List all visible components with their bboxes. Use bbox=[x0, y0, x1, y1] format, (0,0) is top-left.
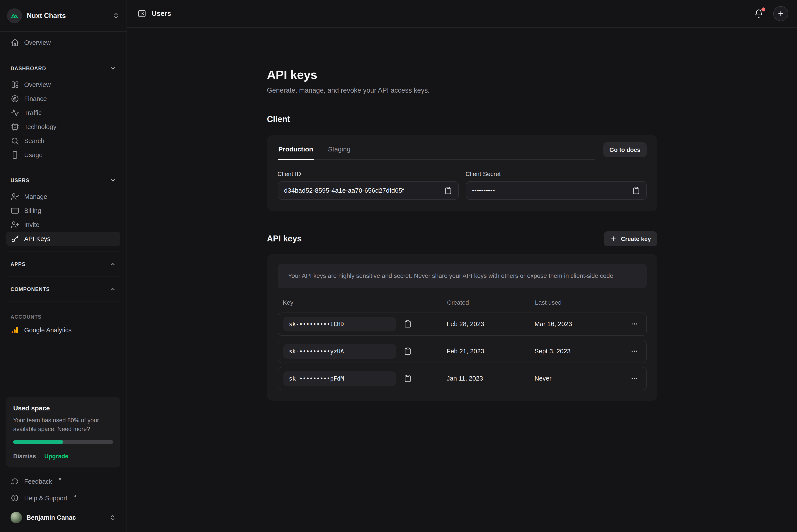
sidebar-item-label: Feedback bbox=[24, 478, 52, 485]
external-link-icon bbox=[73, 494, 77, 498]
topbar-actions bbox=[754, 6, 788, 21]
chevrons-up-down-icon bbox=[112, 12, 120, 19]
created-cell: Feb 21, 2023 bbox=[447, 348, 535, 355]
copy-key-button[interactable] bbox=[403, 374, 412, 383]
ellipsis-icon bbox=[630, 320, 638, 328]
app-window: Nuxt Charts Overview DASHBOARD bbox=[0, 0, 797, 532]
api-key-value: sk-•••••••••yzUA bbox=[283, 344, 396, 358]
notification-dot bbox=[761, 7, 765, 12]
notifications-button[interactable] bbox=[754, 8, 765, 19]
user-menu[interactable]: Benjamin Canac bbox=[6, 508, 121, 528]
used-space-actions: Dismiss Upgrade bbox=[13, 453, 113, 460]
client-secret-field-group: Client Secret bbox=[466, 170, 647, 200]
copy-key-button[interactable] bbox=[403, 347, 412, 356]
sidebar-item-invite[interactable]: Invite bbox=[6, 218, 121, 232]
page-breadcrumb-title: Users bbox=[151, 10, 171, 18]
copy-client-secret-button[interactable] bbox=[632, 186, 641, 195]
chevron-down-icon bbox=[110, 65, 116, 72]
sidebar-item-manage[interactable]: Manage bbox=[6, 190, 121, 204]
panel-left-close-icon bbox=[138, 9, 146, 18]
row-actions-button[interactable] bbox=[630, 373, 641, 384]
last-used-cell: Sept 3, 2023 bbox=[535, 348, 628, 355]
used-space-title: Used space bbox=[13, 404, 113, 412]
sidebar-group-apps[interactable]: APPS bbox=[6, 258, 121, 271]
clipboard-icon bbox=[403, 375, 412, 382]
sidebar-group-components[interactable]: COMPONENTS bbox=[6, 283, 121, 296]
sidebar-item-label: Traffic bbox=[24, 109, 41, 116]
group-label: DASHBOARD bbox=[11, 66, 46, 71]
sidebar-item-api-keys[interactable]: API Keys bbox=[6, 232, 121, 246]
client-id-input[interactable] bbox=[284, 187, 444, 194]
workspace-switcher[interactable]: Nuxt Charts bbox=[0, 0, 127, 32]
client-id-field-group: Client ID bbox=[277, 170, 458, 200]
used-space-card: Used space Your team has used 80% of you… bbox=[6, 397, 121, 468]
row-actions-button[interactable] bbox=[630, 319, 641, 329]
sidebar-collapse-button[interactable] bbox=[136, 7, 148, 20]
sidebar-item-search[interactable]: Search bbox=[6, 134, 121, 148]
user-name: Benjamin Canac bbox=[26, 514, 105, 521]
divider bbox=[7, 302, 120, 302]
sidebar-group-users[interactable]: USERS bbox=[6, 174, 121, 187]
sidebar-item-label: Invite bbox=[24, 221, 39, 228]
sidebar-item-billing[interactable]: Billing bbox=[6, 204, 121, 218]
go-to-docs-button[interactable]: Go to docs bbox=[603, 142, 647, 157]
api-key-value: sk-•••••••••ICHD bbox=[283, 317, 396, 331]
chevron-up-icon bbox=[110, 261, 116, 267]
environment-tablist: Production Staging bbox=[277, 142, 595, 160]
divider bbox=[7, 277, 120, 277]
sidebar-item-technology[interactable]: Technology bbox=[6, 120, 121, 134]
api-key-row: sk-•••••••••ICHD Feb 28, 2023 Mar 16, 20… bbox=[277, 312, 647, 336]
sidebar-item-google-analytics[interactable]: Google Analytics bbox=[6, 323, 121, 338]
client-id-inputbox bbox=[277, 181, 458, 200]
page-subtitle: Generate, manage, and revoke your API ac… bbox=[267, 87, 657, 94]
copy-key-button[interactable] bbox=[403, 320, 412, 328]
user-plus-icon bbox=[11, 220, 19, 229]
sidebar-group-dashboard[interactable]: DASHBOARD bbox=[6, 62, 121, 75]
cpu-chip-icon bbox=[11, 122, 19, 131]
row-actions-button[interactable] bbox=[630, 346, 641, 357]
tab-staging[interactable]: Staging bbox=[327, 142, 351, 159]
used-space-progress-fill bbox=[13, 440, 63, 444]
used-space-progressbar bbox=[13, 440, 113, 444]
topbar: Users bbox=[127, 0, 797, 28]
search-icon bbox=[11, 136, 19, 145]
home-icon bbox=[11, 38, 19, 47]
api-keys-warning-banner: Your API keys are highly sensitive and s… bbox=[277, 264, 647, 288]
client-fields: Client ID Client Secret bbox=[277, 170, 647, 200]
sidebar-item-label: Finance bbox=[24, 95, 47, 102]
sidebar-item-label: Overview bbox=[24, 81, 51, 88]
upgrade-button[interactable]: Upgrade bbox=[44, 453, 69, 460]
ellipsis-icon bbox=[630, 347, 638, 355]
api-keys-heading: API keys bbox=[267, 234, 302, 244]
client-secret-input[interactable] bbox=[472, 187, 632, 194]
clipboard-icon bbox=[444, 187, 452, 194]
divider bbox=[7, 56, 120, 56]
activity-icon bbox=[11, 109, 19, 117]
avatar bbox=[11, 512, 22, 523]
chevron-up-icon bbox=[110, 286, 116, 292]
sidebar-item-usage[interactable]: Usage bbox=[6, 148, 121, 162]
copy-client-id-button[interactable] bbox=[444, 186, 453, 195]
sidebar-item-traffic[interactable]: Traffic bbox=[6, 106, 121, 120]
api-keys-section-header: API keys Create key bbox=[267, 231, 657, 246]
ellipsis-icon bbox=[630, 375, 638, 382]
dismiss-button[interactable]: Dismiss bbox=[13, 453, 36, 460]
sidebar-item-dashboard-overview[interactable]: Overview bbox=[6, 78, 121, 92]
client-tabs-row: Production Staging Go to docs bbox=[277, 142, 647, 160]
message-circle-icon bbox=[11, 477, 19, 486]
sidebar-item-finance[interactable]: Finance bbox=[6, 92, 121, 106]
tab-production[interactable]: Production bbox=[277, 142, 314, 159]
sidebar-item-label: API Keys bbox=[24, 235, 50, 242]
sidebar: Nuxt Charts Overview DASHBOARD bbox=[0, 0, 127, 532]
sidebar-item-overview[interactable]: Overview bbox=[6, 35, 121, 50]
sidebar-item-feedback[interactable]: Feedback bbox=[6, 473, 121, 490]
create-key-button[interactable]: Create key bbox=[604, 231, 657, 246]
sidebar-item-help-support[interactable]: Help & Support bbox=[6, 490, 121, 507]
column-key: Key bbox=[283, 299, 447, 306]
nuxt-logo-icon bbox=[10, 11, 19, 20]
last-used-cell: Mar 16, 2023 bbox=[535, 320, 628, 327]
add-button[interactable] bbox=[773, 6, 788, 21]
key-icon bbox=[11, 234, 19, 243]
client-id-label: Client ID bbox=[277, 170, 458, 177]
sidebar-item-label: Search bbox=[24, 137, 44, 145]
